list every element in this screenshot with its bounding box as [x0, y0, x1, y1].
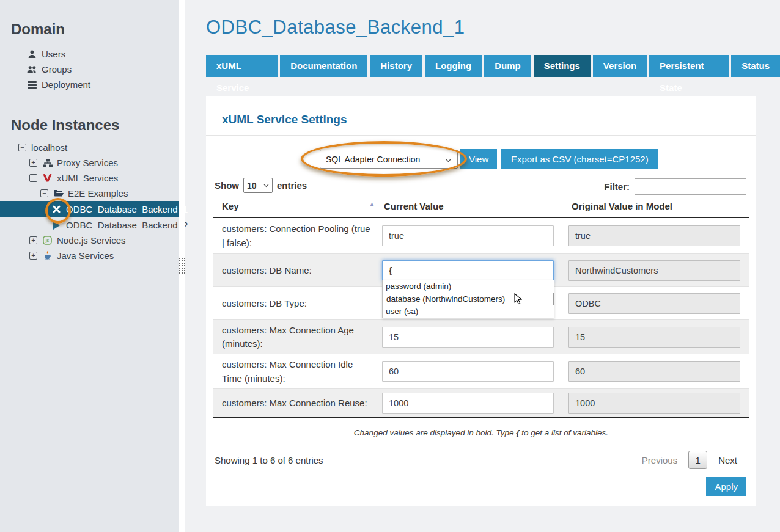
collapse-icon[interactable]: −: [29, 174, 37, 182]
settings-category-select[interactable]: SQL Adapter Connection: [320, 150, 458, 169]
sidebar-resize-grip[interactable]: [178, 257, 185, 274]
settings-panel: xUML Service Settings SQL Adapter Connec…: [206, 96, 756, 506]
sidebar: Domain Users Groups Deployment N: [0, 0, 179, 532]
entries-label: entries: [277, 180, 307, 191]
expand-icon[interactable]: +: [29, 159, 37, 167]
collapse-icon[interactable]: −: [18, 144, 26, 151]
table-row: customers: Max Connection Reuse:: [213, 388, 749, 417]
original-value-field: [568, 361, 740, 382]
variable-autocomplete-dropdown: password (admin) database (NorthwindCust…: [382, 280, 554, 318]
node-instances-heading: Node Instances: [11, 117, 179, 134]
sort-asc-icon[interactable]: ▲: [369, 200, 375, 208]
original-value-field: [568, 260, 740, 281]
panel-title: xUML Service Settings: [222, 113, 347, 126]
filter-row: Filter:: [604, 178, 746, 195]
page-length-value: 10: [247, 181, 257, 191]
expand-icon[interactable]: +: [29, 252, 37, 260]
tree-node-java-services[interactable]: + Java Services: [0, 248, 179, 263]
current-value-input[interactable]: [382, 225, 554, 246]
settings-table: Key ▲ Current Value Original Value in Mo…: [213, 199, 749, 418]
autocomplete-item-user[interactable]: user (sa): [383, 305, 554, 318]
panel-separator: [206, 135, 756, 136]
tab-settings[interactable]: Settings: [534, 55, 591, 77]
play-icon: [51, 221, 62, 230]
tree-node-proxy-services[interactable]: + Proxy Services: [0, 155, 179, 170]
original-value-field: [568, 293, 740, 314]
tree-node-label: ODBC_Database_Backend_2: [66, 220, 188, 230]
column-header-original-value[interactable]: Original Value in Model: [572, 201, 672, 211]
tree-node-e2e-examples[interactable]: − E2E Examples: [0, 186, 179, 201]
setting-key: customers: DB Name:: [222, 263, 375, 277]
deployment-icon: [26, 81, 37, 89]
apply-button[interactable]: Apply: [706, 477, 746, 496]
current-value-input[interactable]: [382, 327, 554, 348]
tree-node-odbc-database-backend-1[interactable]: ODBC_Database_Backend_1: [0, 201, 179, 217]
setting-key: customers: Max Connection Idle Time (min…: [222, 358, 375, 385]
original-value-field: [568, 327, 740, 348]
filter-label: Filter:: [604, 181, 630, 192]
tab-documentation[interactable]: Documentation: [280, 55, 367, 77]
tree-node-localhost[interactable]: − localhost: [0, 140, 179, 155]
setting-key: customers: Max Connection Age (minutes):: [222, 323, 375, 351]
tree-node-label: E2E Examples: [68, 188, 128, 199]
view-button[interactable]: View: [460, 149, 497, 169]
tree-node-label: Java Services: [57, 250, 114, 261]
tab-version[interactable]: Version: [593, 55, 647, 77]
tree-node-label: localhost: [31, 142, 67, 153]
tab-history[interactable]: History: [370, 55, 422, 77]
setting-key: customers: Connection Pooling (true | fa…: [222, 222, 375, 250]
tab-logging[interactable]: Logging: [425, 55, 482, 77]
domain-list: Users Groups Deployment: [0, 46, 179, 92]
tab-status[interactable]: Status: [731, 55, 780, 77]
table-row: customers: Max Connection Idle Time (min…: [213, 354, 749, 388]
tree-node-nodejs-services[interactable]: + js Node.js Services: [0, 233, 179, 248]
nodejs-icon: js: [42, 236, 53, 245]
previous-page-button[interactable]: Previous: [642, 455, 677, 465]
sidebar-item-users[interactable]: Users: [0, 46, 179, 62]
tree-node-odbc-database-backend-2[interactable]: ODBC_Database_Backend_2: [0, 217, 179, 233]
table-row: customers: Connection Pooling (true | fa…: [213, 218, 749, 253]
original-value-field: [568, 393, 740, 414]
chevron-down-icon: [445, 155, 452, 164]
page-title: ODBC_Database_Backend_1: [206, 16, 465, 38]
page-number-button[interactable]: 1: [688, 451, 707, 469]
column-header-current-value[interactable]: Current Value: [384, 201, 444, 211]
xuml-icon: [42, 173, 53, 183]
user-icon: [26, 49, 37, 59]
next-page-button[interactable]: Next: [718, 455, 737, 465]
tab-bar: xUML Service Documentation History Loggi…: [206, 55, 780, 77]
tab-dump[interactable]: Dump: [484, 55, 531, 77]
setting-key: customers: Max Connection Reuse:: [222, 396, 375, 410]
tab-xuml-service[interactable]: xUML Service: [206, 55, 278, 77]
current-value-input[interactable]: [382, 361, 554, 382]
export-csv-button[interactable]: Export as CSV (charset=CP1252): [501, 149, 658, 169]
node-tree: − localhost + Proxy Services − xUML Serv…: [0, 140, 179, 263]
folder-open-icon: [53, 189, 64, 197]
table-row: customers: Max Connection Age (minutes):: [213, 319, 749, 354]
users-icon: [26, 65, 37, 74]
show-entries: Show 10 entries: [215, 178, 307, 193]
autocomplete-item-password[interactable]: password (admin): [383, 280, 554, 293]
tree-node-label: Proxy Services: [57, 158, 118, 168]
settings-category-value: SQL Adapter Connection: [326, 155, 420, 164]
column-header-key[interactable]: Key: [222, 201, 239, 211]
current-value-input-focused[interactable]: [382, 260, 554, 281]
sidebar-item-label: Groups: [42, 64, 72, 75]
tree-node-xuml-services[interactable]: − xUML Services: [0, 170, 179, 186]
table-header: Key ▲ Current Value Original Value in Mo…: [213, 199, 749, 218]
svg-text:js: js: [45, 238, 50, 243]
original-value-field: [568, 225, 740, 246]
pagination: Previous 1 Next: [642, 451, 737, 469]
current-value-input[interactable]: [382, 393, 554, 414]
chevron-down-icon: [263, 184, 269, 188]
expand-icon[interactable]: +: [29, 236, 37, 244]
sidebar-item-groups[interactable]: Groups: [0, 62, 179, 77]
filter-input[interactable]: [635, 178, 746, 195]
collapse-icon[interactable]: −: [40, 189, 48, 197]
autocomplete-item-database[interactable]: database (NorthwindCustomers): [383, 293, 554, 305]
tab-persistent-state[interactable]: Persistent State: [649, 55, 729, 77]
domain-heading: Domain: [11, 0, 179, 38]
page-length-select[interactable]: 10: [243, 178, 273, 193]
sitemap-icon: [42, 159, 53, 167]
sidebar-item-deployment[interactable]: Deployment: [0, 77, 179, 92]
